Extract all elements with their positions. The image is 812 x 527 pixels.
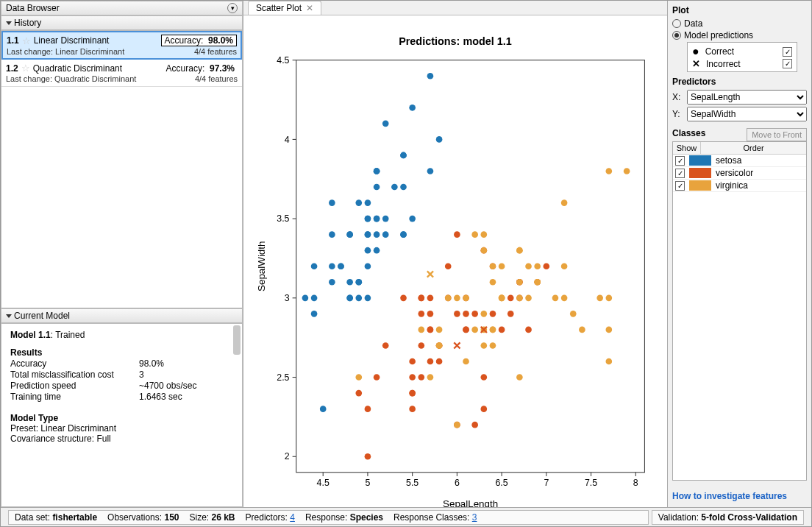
svg-point-138 (570, 311, 577, 317)
svg-text:4.5: 4.5 (277, 55, 289, 66)
svg-point-104 (480, 374, 487, 381)
svg-point-174 (525, 263, 532, 269)
svg-point-177 (499, 295, 505, 302)
svg-point-116 (454, 231, 460, 238)
svg-point-141 (499, 263, 505, 269)
svg-point-156 (561, 263, 568, 269)
svg-point-102 (445, 263, 452, 269)
tab-scatter-plot[interactable]: Scatter Plot ✕ (248, 1, 321, 15)
close-icon[interactable]: ✕ (306, 3, 313, 13)
model-preset: Preset: Linear Discriminant (10, 423, 233, 434)
svg-point-178 (471, 231, 478, 238)
history-header[interactable]: History (1, 15, 243, 30)
svg-text:4: 4 (285, 135, 290, 145)
svg-point-179 (445, 295, 452, 302)
svg-point-176 (516, 295, 523, 302)
history-item-1.2[interactable]: 1.2 ☆ Quadratic DiscriminantAccuracy: 97… (1, 60, 242, 87)
class-show-checkbox[interactable]: ✓ (675, 156, 685, 166)
svg-point-89 (355, 390, 362, 397)
radio-model-predictions[interactable]: Model predictions (672, 30, 807, 40)
svg-point-64 (382, 121, 389, 127)
svg-point-71 (374, 231, 380, 238)
svg-point-45 (302, 295, 309, 302)
class-row-virginica[interactable]: ✓virginica (673, 180, 806, 192)
move-to-front-button[interactable]: Move to Front (747, 128, 807, 141)
svg-text:6: 6 (455, 478, 460, 488)
star-icon[interactable]: ☆ (22, 35, 31, 46)
svg-point-125 (418, 342, 424, 349)
svg-point-119 (418, 295, 424, 302)
svg-text:Predictions: model 1.1: Predictions: model 1.1 (399, 35, 512, 47)
star-icon[interactable]: ☆ (21, 63, 30, 74)
svg-point-73 (320, 406, 327, 412)
model-cov: Covariance structure: Full (10, 434, 233, 444)
svg-point-67 (365, 263, 371, 269)
svg-text:5.5: 5.5 (406, 478, 419, 488)
svg-point-137 (355, 374, 362, 381)
svg-point-92 (365, 453, 371, 460)
history-item-1.1[interactable]: 1.1 ☆ Linear DiscriminantAccuracy: 98.0%… (1, 31, 242, 60)
svg-text:2: 2 (285, 451, 290, 461)
svg-point-85 (409, 406, 416, 412)
svg-point-158 (463, 295, 469, 302)
svg-point-150 (454, 422, 460, 428)
svg-point-60 (382, 231, 389, 238)
svg-point-65 (409, 105, 416, 111)
checkbox-correct[interactable]: ✓ (783, 47, 792, 57)
svg-point-74 (311, 263, 318, 269)
svg-point-57 (365, 295, 371, 302)
svg-point-130 (427, 327, 434, 333)
svg-point-75 (365, 216, 371, 222)
svg-point-165 (463, 358, 469, 365)
svg-point-81 (365, 247, 371, 254)
svg-point-82 (543, 263, 549, 269)
svg-point-58 (365, 231, 371, 238)
svg-point-54 (329, 199, 335, 206)
classes-title: Classes (672, 128, 705, 138)
scrollbar[interactable] (233, 325, 241, 505)
svg-point-152 (418, 327, 424, 333)
svg-point-126 (427, 295, 434, 302)
class-row-versicolor[interactable]: ✓versicolor (673, 167, 806, 180)
radio-data[interactable]: Data (672, 18, 807, 29)
svg-point-151 (534, 263, 541, 269)
svg-point-160 (561, 295, 568, 302)
svg-point-68 (409, 216, 416, 222)
current-model-panel: Model 1.1: Trained Results Accuracy98.0%… (1, 323, 243, 507)
svg-point-66 (355, 279, 362, 286)
response-classes-link[interactable]: 3 (472, 512, 477, 523)
class-show-checkbox[interactable]: ✓ (675, 169, 685, 178)
svg-point-121 (409, 358, 416, 365)
svg-point-127 (427, 311, 434, 317)
x-predictor-select[interactable]: SepalLength (687, 90, 807, 105)
svg-point-42 (400, 184, 407, 191)
class-row-setosa[interactable]: ✓setosa (673, 155, 806, 167)
help-link[interactable]: How to investigate features (672, 491, 807, 501)
svg-point-107 (508, 295, 514, 302)
svg-point-128 (471, 311, 478, 317)
svg-text:SepalWidth: SepalWidth (256, 241, 267, 291)
svg-point-100 (471, 422, 478, 428)
svg-point-38 (329, 231, 335, 238)
svg-text:7.5: 7.5 (585, 478, 597, 488)
svg-point-123 (436, 358, 443, 365)
svg-point-166 (606, 295, 613, 302)
checkbox-incorrect[interactable]: ✓ (783, 59, 792, 68)
svg-point-50 (427, 168, 434, 174)
svg-point-131 (480, 247, 487, 254)
svg-point-129 (374, 374, 380, 381)
class-show-checkbox[interactable]: ✓ (675, 181, 685, 191)
svg-point-149 (606, 358, 613, 365)
predictors-link[interactable]: 4 (290, 512, 295, 523)
svg-point-40 (311, 311, 318, 317)
current-model-header[interactable]: Current Model (1, 308, 243, 323)
svg-text:7: 7 (544, 478, 549, 488)
plot-section-title: Plot (672, 5, 807, 15)
svg-point-136 (596, 295, 603, 302)
collapse-icon[interactable]: ▾ (227, 3, 238, 13)
y-predictor-select[interactable]: SepalWidth (687, 107, 807, 121)
predictors-title: Predictors (672, 77, 807, 87)
svg-point-163 (490, 327, 496, 333)
svg-point-35 (329, 279, 335, 286)
svg-point-157 (471, 327, 478, 333)
